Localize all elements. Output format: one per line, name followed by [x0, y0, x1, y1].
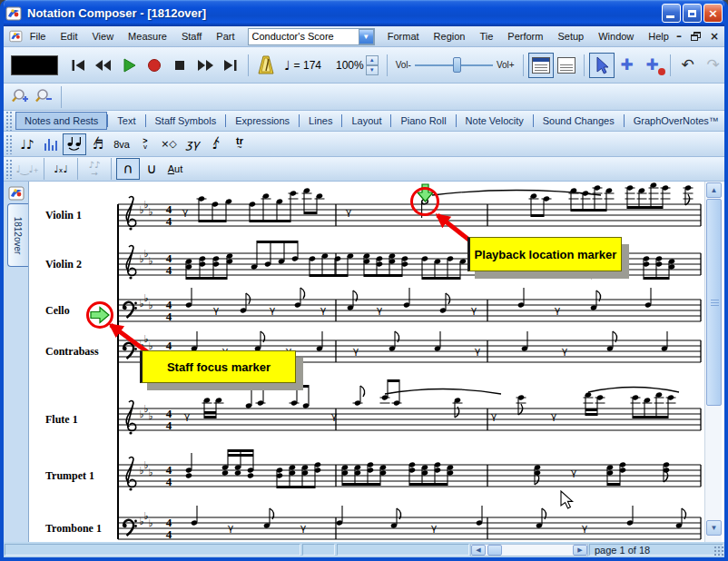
trill-icon: tr~	[236, 137, 243, 152]
maximize-button[interactable]	[683, 4, 702, 23]
menu-measure[interactable]: Measure	[121, 28, 174, 44]
menu-staff[interactable]: Staff	[174, 28, 209, 44]
menu-file[interactable]: File	[23, 28, 54, 44]
tab-staff-symbols[interactable]: Staff Symbols	[146, 112, 226, 130]
scroll-right-icon[interactable]: ▶	[573, 545, 587, 556]
add-note-button[interactable]: ✚	[615, 53, 640, 78]
menu-edit[interactable]: Edit	[53, 28, 84, 44]
menu-setup[interactable]: Setup	[550, 28, 591, 44]
svg-text:γ: γ	[320, 304, 327, 316]
octave-button[interactable]: 8va	[110, 133, 133, 155]
zoom-in-button[interactable]	[9, 86, 33, 108]
scroll-left-icon[interactable]: ◀	[471, 545, 486, 556]
document-icon-small[interactable]	[8, 185, 25, 202]
mdi-restore-icon[interactable]	[691, 32, 701, 41]
scroll-down-icon[interactable]: ▼	[706, 520, 722, 536]
svg-text:4: 4	[166, 475, 172, 488]
music-notation[interactable]: Violin 1♭♭♭44γγViolin 2♭♭♭44γCello♭♭♭44γ…	[29, 182, 704, 542]
rests-button[interactable]: ʒγ	[181, 133, 204, 155]
minimize-button[interactable]	[662, 4, 681, 23]
menu-tie[interactable]: Tie	[472, 28, 500, 44]
metronome-button[interactable]	[253, 53, 279, 78]
close-button[interactable]: ×	[703, 4, 723, 23]
notes-palette-toolbar: ♩♪ ♬∕ 8va >v ×◇ ʒγ ♪∕ tr~	[4, 132, 724, 157]
toolbar-drag-handle[interactable]	[5, 134, 12, 154]
combo-dropdown-icon[interactable]: ▼	[359, 29, 374, 44]
zoom-toolbar	[4, 84, 724, 111]
play-button[interactable]	[116, 53, 142, 78]
resize-grip[interactable]	[713, 546, 724, 556]
vertical-scroll-thumb[interactable]	[706, 199, 722, 406]
menu-items-left: FileEditViewMeasureStaffPart	[23, 28, 242, 44]
note-attack-button[interactable]	[39, 133, 63, 155]
zoom-spinner[interactable]: ▲▼	[366, 55, 379, 75]
notehead-shape-button[interactable]: ×◇	[157, 133, 181, 155]
score-page[interactable]: Violin 1♭♭♭44γγViolin 2♭♭♭44γCello♭♭♭44γ…	[29, 182, 704, 542]
vertical-scrollbar[interactable]: ▲ ▼	[704, 182, 722, 542]
toolbar-drag-handle[interactable]	[5, 111, 12, 131]
svg-text:γ: γ	[331, 410, 338, 422]
fast-forward-button[interactable]	[192, 53, 218, 78]
articulation-button[interactable]: >v	[133, 133, 157, 155]
tie-over-button[interactable]: ∩	[116, 158, 140, 180]
document-tab[interactable]: 1812over	[7, 203, 28, 267]
mouse-cursor	[561, 491, 573, 508]
tab-expressions[interactable]: Expressions	[226, 112, 299, 130]
rewind-button[interactable]	[91, 53, 116, 78]
menu-window[interactable]: Window	[591, 28, 641, 44]
tab-lines[interactable]: Lines	[300, 112, 341, 130]
zoom-out-button[interactable]	[33, 86, 56, 108]
zoom-level[interactable]: 100%	[336, 59, 364, 72]
tie-under-button[interactable]: ∪	[140, 158, 163, 180]
menu-part[interactable]: Part	[209, 28, 241, 44]
go-to-end-button[interactable]	[218, 53, 243, 78]
grace-slash-button[interactable]: ♪∕	[204, 133, 228, 155]
scroll-up-icon[interactable]: ▲	[706, 182, 722, 198]
tab-layout[interactable]: Layout	[342, 112, 390, 130]
trill-button[interactable]: tr~	[228, 133, 251, 155]
undo-button[interactable]: ↶	[675, 53, 701, 78]
redo-button[interactable]: ↷	[701, 53, 726, 78]
volume-slider[interactable]	[415, 57, 493, 73]
document-icon[interactable]	[9, 29, 23, 44]
mdi-minimize-icon[interactable]: –	[676, 31, 682, 42]
tab-text[interactable]: Text	[108, 112, 144, 130]
tab-notes-and-rests[interactable]: Notes and Rests	[15, 112, 107, 130]
select-tool-button[interactable]	[589, 53, 615, 78]
horizontal-scrollbar[interactable]: ◀ ▶	[470, 544, 588, 556]
auto-tie-button[interactable]: Aut	[163, 158, 187, 180]
svg-text:Contrabass: Contrabass	[45, 345, 99, 358]
insert-note-button[interactable]	[63, 133, 86, 155]
octave-label: 8va	[113, 139, 130, 150]
note-duration-button[interactable]: ♩♪	[15, 133, 39, 155]
edit-view-button[interactable]	[554, 53, 579, 78]
stop-button[interactable]	[167, 53, 192, 78]
menu-format[interactable]: Format	[380, 28, 427, 44]
menu-perform[interactable]: Perform	[500, 28, 550, 44]
delete-tie-button[interactable]: ♩ₓ♩	[49, 158, 73, 180]
go-to-start-button[interactable]	[65, 53, 91, 78]
tab-sound-changes[interactable]: Sound Changes	[534, 112, 624, 130]
toolbar-drag-handle[interactable]	[5, 159, 12, 179]
menu-region[interactable]: Region	[427, 28, 473, 44]
tempo-indicator[interactable]: ♩ = 174	[284, 59, 321, 72]
record-button[interactable]	[142, 53, 167, 78]
grace-note-button[interactable]: ♬∕	[86, 133, 110, 155]
menu-view[interactable]: View	[84, 28, 121, 44]
page-view-button[interactable]	[528, 53, 554, 78]
volume-max-label: Vol+	[497, 60, 515, 70]
add-note-record-button[interactable]: ✚	[640, 53, 665, 78]
copy-ties-button[interactable]: ♪♪→	[83, 158, 106, 180]
svg-text:γ: γ	[471, 304, 477, 316]
add-tie-button[interactable]: ♩‿♩₊	[15, 158, 39, 180]
menu-help[interactable]: Help	[641, 28, 676, 44]
volume-slider-thumb[interactable]	[453, 57, 461, 73]
quarter-note-icon: ♩	[284, 59, 290, 72]
tab-piano-roll[interactable]: Piano Roll	[391, 112, 455, 130]
svg-text:4: 4	[166, 527, 172, 541]
score-view-selector[interactable]: Conductor's Score ▼	[248, 28, 375, 45]
mdi-close-icon[interactable]: ×	[710, 31, 719, 42]
horizontal-scroll-thumb[interactable]	[487, 545, 502, 556]
tab-note-velocity[interactable]: Note Velocity	[457, 112, 533, 130]
tab-graphovernotes-[interactable]: GraphOverNotes™	[625, 112, 728, 130]
